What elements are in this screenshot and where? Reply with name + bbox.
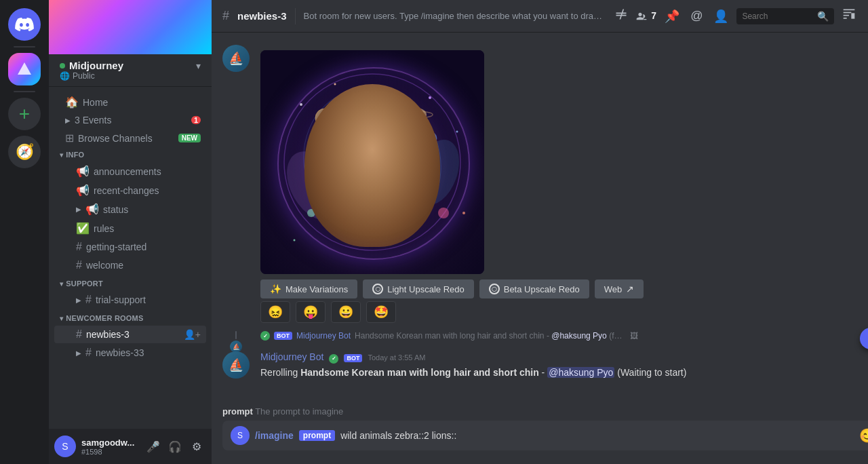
mention-button[interactable]: @ (688, 6, 705, 26)
input-user-avatar: S (231, 426, 250, 445)
recent-icon: 📢 (76, 184, 90, 197)
image-attachment (260, 50, 484, 274)
add-server-button[interactable]: + (8, 98, 41, 130)
discord-home-icon[interactable] (8, 8, 41, 41)
reaction-button-3[interactable]: 😀 (331, 301, 361, 323)
explore-servers-button[interactable]: 🧭 (8, 136, 41, 168)
server-header[interactable]: Midjourney ▾ 🌐 Public (49, 54, 212, 87)
newcomer-category-section: ▾ NEWCOMER ROOMS # newbies-3 👤+ ▶ # newb… (49, 311, 212, 362)
ref-author-name: Midjourney Bot (296, 331, 351, 341)
svg-point-34 (369, 163, 376, 172)
username: samgoodw... (81, 438, 138, 448)
make-variations-button[interactable]: ✨ Make Variations (260, 279, 357, 298)
server-public-label: 🌐 Public (60, 71, 201, 81)
svg-point-12 (334, 83, 336, 85)
info-chevron: ▾ (60, 151, 63, 159)
support-category[interactable]: ▾ SUPPORT (49, 277, 212, 290)
members-button[interactable]: 👤 (711, 6, 731, 26)
channel-sidebar: Midjourney ▾ 🌐 Public 🏠 Home ▶ 3 Events … (49, 0, 212, 464)
command-prompt-label: prompt (299, 430, 335, 441)
svg-point-27 (382, 102, 423, 187)
svg-point-16 (294, 239, 296, 241)
events-item[interactable]: ▶ 3 Events 1 (54, 112, 206, 128)
trial-chevron: ▶ (76, 296, 81, 304)
emoji-reactions: 😖 😛 😀 🤩 (260, 301, 868, 323)
svg-point-36 (331, 189, 339, 197)
settings-button[interactable]: ⚙ (187, 437, 206, 456)
status-chevron: ▶ (76, 206, 81, 213)
channel-welcome[interactable]: # welcome (54, 256, 206, 274)
channel-rules[interactable]: ✅ rules (54, 219, 206, 237)
newcomer-category[interactable]: ▾ NEWCOMER ROOMS (49, 311, 212, 325)
search-input[interactable] (742, 12, 814, 21)
new-badge: NEW (178, 134, 201, 142)
ref-mention: @haksung Pyo (551, 331, 607, 341)
ref-verify-check: ✓ (260, 331, 270, 341)
search-icon: 🔍 (817, 11, 829, 22)
server-divider-2 (14, 91, 35, 92)
inbox-button[interactable] (840, 5, 859, 27)
home-item[interactable]: 🏠 Home (54, 93, 206, 111)
microphone-button[interactable]: 🎤 (144, 437, 163, 456)
svg-point-29 (378, 152, 389, 159)
reaction-button-1[interactable]: 😖 (260, 301, 290, 323)
channel-getting-started[interactable]: # getting-started (54, 238, 206, 256)
support-category-section: ▾ SUPPORT ▶ # trial-support (49, 277, 212, 309)
channel-status[interactable]: ▶ 📢 status (54, 200, 206, 218)
message-text-input[interactable] (340, 430, 854, 441)
web-link-icon: ↗ (626, 284, 634, 294)
ref-image-icon[interactable]: 🖼 (630, 331, 638, 341)
channel-announcements[interactable]: 📢 announcements (54, 162, 206, 180)
help-button[interactable]: ❓ (864, 6, 868, 26)
info-category[interactable]: ▾ INFO (49, 148, 212, 161)
channel-newbies-33[interactable]: ▶ # newbies-33 (54, 344, 206, 362)
main-content: # newbies-3 Bot room for new users. Type… (212, 0, 868, 464)
events-chevron: ▶ (65, 117, 71, 124)
member-count: 7 (636, 10, 656, 22)
svg-point-40 (384, 114, 388, 118)
ref-bot-badge: BOT (274, 332, 292, 340)
svg-rect-2 (844, 15, 849, 16)
server-name: Midjourney (69, 60, 123, 71)
channel-trial-support[interactable]: ▶ # trial-support (54, 291, 206, 309)
svg-point-6 (277, 67, 467, 257)
header-divider (295, 8, 296, 24)
svg-rect-3 (844, 18, 847, 19)
channel-description: Bot room for new users. Type /imagine th… (304, 11, 604, 21)
beta-upscale-redo-button[interactable]: ○ Beta Upscale Redo (479, 279, 589, 298)
svg-point-22 (400, 111, 433, 118)
bolt-button[interactable] (612, 5, 631, 27)
channel-newbies-3[interactable]: # newbies-3 👤+ (54, 326, 206, 343)
announce-icon: 📢 (76, 165, 90, 178)
reaction-button-2[interactable]: 😛 (296, 301, 326, 323)
search-bar[interactable]: 🔍 (736, 8, 834, 24)
reaction-button-4[interactable]: 🤩 (366, 301, 396, 323)
pin-button[interactable]: 📌 (662, 6, 682, 26)
channel-header-name: newbies-3 (237, 10, 287, 22)
events-badge: 1 (191, 116, 201, 124)
ref-message-text: Handsome Korean man with long hair and s… (355, 331, 626, 341)
svg-point-23 (321, 104, 423, 233)
midjourney-server-icon[interactable] (8, 53, 41, 85)
svg-point-8 (283, 69, 461, 255)
message-group-image: ⛵ (212, 43, 868, 327)
light-upscale-icon: ○ (372, 284, 383, 294)
message-group-bot: ⛵ Midjourney Bot ✓ BOT Today at 3:55 AM … (212, 350, 868, 381)
headphones-button[interactable]: 🎧 (165, 437, 184, 456)
server-banner (49, 0, 212, 54)
newbies33-chevron: ▶ (76, 349, 81, 357)
svg-point-26 (321, 102, 362, 187)
user-bar: S samgoodw... #1598 🎤 🎧 ⚙ (49, 429, 212, 464)
browse-channels-item[interactable]: ⊞ Browse Channels NEW (54, 129, 206, 147)
light-upscale-redo-button[interactable]: ○ Light Upscale Redo (363, 279, 473, 298)
browse-icon: ⊞ (65, 132, 74, 144)
reference-content: ✓ BOT Midjourney Bot Handsome Korean man… (260, 331, 868, 342)
message-content-1: ✨ Make Variations ○ Light Upscale Redo ○… (260, 45, 868, 326)
svg-point-13 (429, 96, 431, 99)
channel-hash-icon: # (222, 9, 229, 23)
svg-point-11 (300, 103, 302, 106)
web-button[interactable]: Web ↗ (595, 279, 644, 298)
channel-recent-changes[interactable]: 📢 recent-changes (54, 181, 206, 199)
emoji-picker-button[interactable]: 😊 (859, 427, 868, 444)
svg-point-33 (384, 153, 387, 155)
